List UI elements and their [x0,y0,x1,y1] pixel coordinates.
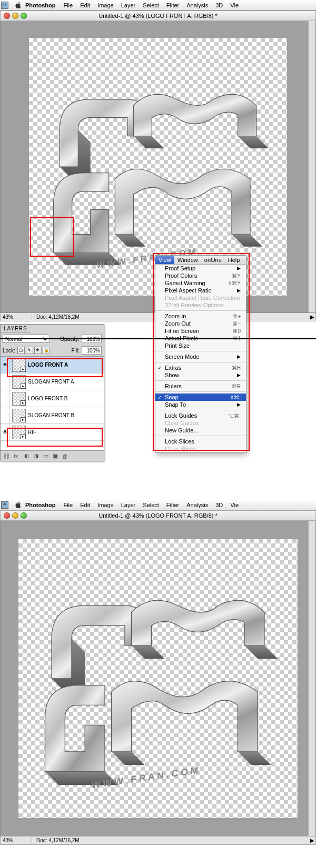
menu-select[interactable]: Select [143,502,159,508]
layer-row[interactable]: ▸ LOGO FRONT B [1,390,104,407]
window-zoom-button[interactable] [21,512,27,519]
highlight-box-layer-rif [7,428,103,447]
document-canvas[interactable]: W W W . F R A N . C O M [18,539,298,818]
layer-thumbnail[interactable]: ▸ [12,409,26,422]
app-name: Photoshop [25,2,55,8]
zoom-level[interactable]: 43% [1,314,32,320]
document-window-titlebar: Untitled-1 @ 43% (LOGO FRONT A, RGB/8) * [0,510,316,521]
menu-analysis[interactable]: Analysis [186,502,208,508]
visibility-toggle-icon[interactable] [1,407,10,423]
link-layers-icon[interactable]: ⛓ [4,453,9,459]
lock-position-icon[interactable]: ✥ [34,347,42,354]
menu-layer[interactable]: Layer [121,502,136,508]
menu-file[interactable]: File [63,2,73,8]
menu-file[interactable]: File [63,502,73,508]
window-minimize-button[interactable] [12,13,18,19]
layer-style-icon[interactable]: fx. [14,453,20,459]
svg-text:W W W . F R A N . C O M: W W W . F R A N . C O M [92,765,199,790]
document-info[interactable]: Doc: 4,12M/16,2M [32,837,309,843]
window-zoom-button[interactable] [21,13,27,19]
highlight-box-layer-selected [7,358,103,377]
layer-name[interactable]: SLOGAN FRONT A [28,379,74,385]
new-layer-icon[interactable]: ▣ [53,452,58,459]
window-title: Untitled-1 @ 43% (LOGO FRONT A, RGB/8) * [27,13,315,19]
layers-tab[interactable]: LAYERS [1,325,31,333]
photoshop-app-icon: P [1,501,8,509]
menu-filter[interactable]: Filter [166,502,179,508]
highlight-box-menu [153,253,250,451]
status-arrow-icon[interactable]: ▶ [309,314,315,320]
fill-input[interactable] [82,346,102,355]
layers-panel-footer: ⛓ fx. ◐ ◑ ▭ ▣ 🗑 [1,450,104,461]
macos-menubar: P Photoshop File Edit Image Layer Select… [0,0,316,11]
menu-layer[interactable]: Layer [121,2,136,8]
vertical-scrollbar[interactable] [308,21,315,312]
highlight-box-canvas [30,217,74,257]
window-close-button[interactable] [4,13,10,19]
vertical-scrollbar[interactable] [308,521,315,836]
document-window-titlebar: Untitled-1 @ 43% (LOGO FRONT A, RGB/8) * [0,11,316,21]
menu-filter[interactable]: Filter [166,2,179,8]
layers-panel: LAYERS Normal Opacity: Lock: ▢ ✎ ✥ 🔒 Fil… [0,324,104,461]
photoshop-app-icon: P [1,2,8,9]
macos-menubar: P Photoshop File Edit Image Layer Select… [0,500,316,510]
lock-transparency-icon[interactable]: ▢ [17,347,25,354]
status-arrow-icon[interactable]: ▶ [309,837,315,843]
adjustment-layer-icon[interactable]: ◑ [34,452,39,459]
delete-layer-icon[interactable]: 🗑 [62,453,68,459]
apple-icon[interactable] [15,2,22,9]
layer-name[interactable]: SLOGAN FRONT B [28,412,74,418]
layer-name[interactable]: LOGO FRONT B [28,396,67,401]
fill-label: Fill: [71,348,80,354]
menu-edit[interactable]: Edit [80,2,90,8]
lock-pixels-icon[interactable]: ✎ [26,347,33,354]
menu-3d[interactable]: 3D [215,502,223,508]
new-group-icon[interactable]: ▭ [43,452,48,459]
zoom-level[interactable]: 43% [1,837,32,843]
window-minimize-button[interactable] [12,512,18,519]
layer-thumbnail[interactable]: ▸ [12,392,26,406]
visibility-toggle-icon[interactable] [1,390,10,407]
lock-label: Lock: [3,348,15,354]
menu-3d[interactable]: 3D [215,2,223,8]
app-name: Photoshop [25,502,55,508]
menu-select[interactable]: Select [143,2,159,8]
menu-analysis[interactable]: Analysis [186,2,208,8]
status-bar: 43% Doc: 4,12M/16,2M ▶ [0,836,316,845]
menu-image[interactable]: Image [97,2,114,8]
window-title: Untitled-1 @ 43% (LOGO FRONT A, RGB/8) * [27,512,315,519]
apple-icon[interactable] [15,501,22,509]
window-close-button[interactable] [4,512,10,519]
lock-all-icon[interactable]: 🔒 [43,347,50,354]
menu-image[interactable]: Image [97,502,114,508]
layer-row[interactable]: ▸ SLOGAN FRONT B [1,407,104,424]
logo-artwork: W W W . F R A N . C O M [18,539,298,818]
layer-mask-icon[interactable]: ◐ [24,452,29,459]
canvas-area[interactable]: W W W . F R A N . C O M [0,521,316,836]
menu-view[interactable]: Vie [230,502,239,508]
menu-edit[interactable]: Edit [80,502,90,508]
menu-view[interactable]: Vie [230,2,239,8]
